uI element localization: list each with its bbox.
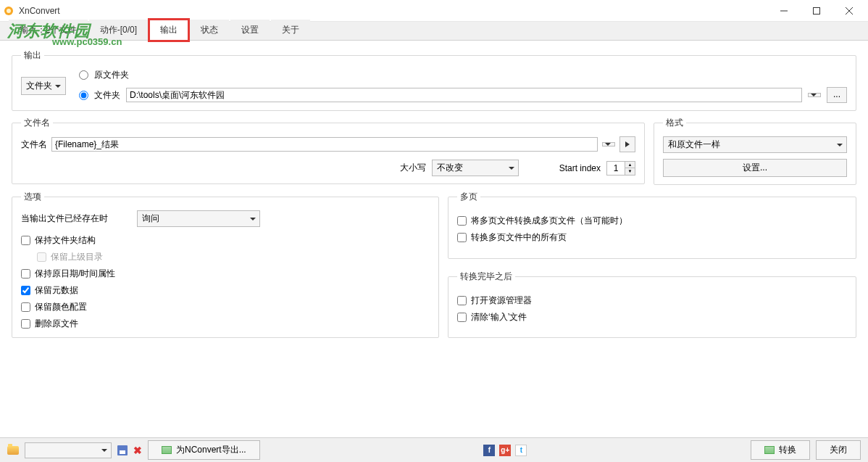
convert-label: 转换 (779, 444, 796, 456)
start-index-spinner[interactable]: ▲ ▼ (606, 161, 635, 176)
after-convert-legend: 转换完毕之后 (457, 271, 515, 283)
chevron-down-icon (55, 85, 61, 88)
case-label: 大小写 (400, 162, 426, 174)
spinner-up-icon[interactable]: ▲ (625, 162, 635, 168)
format-settings-button[interactable]: 设置... (663, 159, 847, 177)
output-type-label: 文件夹 (26, 80, 52, 92)
export-nconvert-label: 为NConvert导出... (176, 444, 246, 456)
keep-color-profile-checkbox[interactable]: 保留颜色配置 (21, 301, 430, 313)
options-fieldset: 选项 当输出文件已经存在时 询问 保持文件夹结构 保留上级目录 保持原日期/时间… (12, 191, 439, 338)
convert-all-pages-checkbox[interactable]: 转换多页文件中的所有页 (457, 231, 847, 244)
filename-token-button[interactable] (619, 136, 635, 152)
when-exists-select[interactable]: 询问 (137, 210, 260, 227)
clear-input-checkbox[interactable]: 清除‘输入’文件 (457, 311, 847, 323)
radio-custom-folder[interactable]: 文件夹 (79, 89, 120, 102)
multipage-fieldset: 多页 将多页文件转换成多页文件（当可能时） 转换多页文件中的所有页 (448, 191, 856, 259)
after-convert-fieldset: 转换完毕之后 打开资源管理器 清除‘输入’文件 (448, 271, 856, 339)
bottombar: ✖ 为NConvert导出... f g+ t 转换 关闭 (0, 437, 868, 462)
format-fieldset: 格式 和原文件一样 设置... (654, 117, 856, 185)
keep-folder-structure-checkbox[interactable]: 保持文件夹结构 (21, 234, 430, 247)
maximize-button[interactable] (800, 1, 832, 21)
open-folder-icon[interactable] (7, 446, 19, 455)
save-icon[interactable] (117, 445, 128, 455)
preset-select[interactable] (25, 442, 112, 458)
case-value: 不改变 (437, 162, 463, 173)
keep-datetime-checkbox[interactable]: 保持原日期/时间属性 (21, 268, 430, 280)
filename-label: 文件名 (21, 139, 47, 151)
svg-rect-3 (813, 7, 819, 14)
delete-icon[interactable]: ✖ (133, 445, 142, 456)
output-path-input[interactable] (126, 88, 802, 102)
multipage-legend: 多页 (457, 191, 480, 203)
browse-button[interactable]: ... (827, 87, 847, 103)
start-index-label: Start index (559, 163, 601, 173)
filename-history-dropdown[interactable] (602, 142, 615, 147)
format-value: 和原文件一样 (668, 139, 720, 149)
keep-metadata-checkbox[interactable]: 保留元数据 (21, 284, 430, 297)
output-legend: 输出 (21, 49, 44, 62)
path-history-dropdown[interactable] (808, 93, 821, 97)
tab-output[interactable]: 输出 (149, 20, 188, 41)
social-icons: f g+ t (483, 445, 527, 456)
filename-legend: 文件名 (21, 117, 53, 129)
case-select[interactable]: 不改变 (432, 160, 519, 176)
convert-button[interactable]: 转换 (751, 440, 810, 460)
tab-about[interactable]: 关于 (271, 20, 310, 40)
facebook-icon[interactable]: f (483, 445, 495, 456)
svg-point-1 (7, 9, 11, 13)
tab-status[interactable]: 状态 (190, 20, 229, 40)
close-button[interactable]: 关闭 (816, 440, 861, 460)
export-nconvert-button[interactable]: 为NConvert导出... (148, 440, 260, 460)
tab-settings[interactable]: 设置 (230, 20, 270, 40)
radio-custom-folder-input[interactable] (79, 91, 88, 100)
radio-custom-folder-label: 文件夹 (94, 89, 120, 102)
twitter-icon[interactable]: t (515, 445, 527, 456)
output-type-select[interactable]: 文件夹 (21, 77, 66, 95)
titlebar: XnConvert (0, 0, 868, 22)
radio-original-folder-label: 原文件夹 (94, 69, 129, 81)
radio-original-folder[interactable]: 原文件夹 (79, 69, 847, 81)
start-index-input[interactable] (607, 162, 625, 175)
delete-original-checkbox[interactable]: 删除原文件 (21, 318, 430, 330)
options-legend: 选项 (21, 191, 44, 203)
radio-original-folder-input[interactable] (79, 70, 88, 80)
spinner-down-icon[interactable]: ▼ (625, 168, 635, 175)
watermark-url: www.pc0359.cn (52, 36, 122, 47)
convert-icon (764, 446, 775, 454)
filename-pattern-input[interactable] (51, 137, 598, 152)
svg-marker-6 (625, 141, 630, 147)
convert-multipage-checkbox[interactable]: 将多页文件转换成多页文件（当可能时） (457, 215, 847, 227)
output-fieldset: 输出 文件夹 原文件夹 文件夹 ... (12, 49, 856, 111)
when-exists-label: 当输出文件已经存在时 (21, 213, 108, 225)
filename-fieldset: 文件名 文件名 大小写 不改变 Start index (12, 117, 645, 184)
googleplus-icon[interactable]: g+ (499, 445, 511, 456)
app-icon (3, 5, 14, 17)
tabbar: 输入：2个文件 动作-[0/0] 输出 状态 设置 关于 (0, 22, 868, 41)
minimize-button[interactable] (767, 1, 800, 21)
export-icon (162, 446, 172, 454)
keep-parent-dir-checkbox: 保留上级目录 (37, 251, 430, 263)
when-exists-value: 询问 (142, 213, 159, 223)
open-explorer-checkbox[interactable]: 打开资源管理器 (457, 294, 847, 307)
format-select[interactable]: 和原文件一样 (663, 136, 847, 153)
format-legend: 格式 (663, 117, 686, 129)
window-title: XnConvert (19, 6, 767, 16)
close-window-button[interactable] (832, 1, 865, 21)
